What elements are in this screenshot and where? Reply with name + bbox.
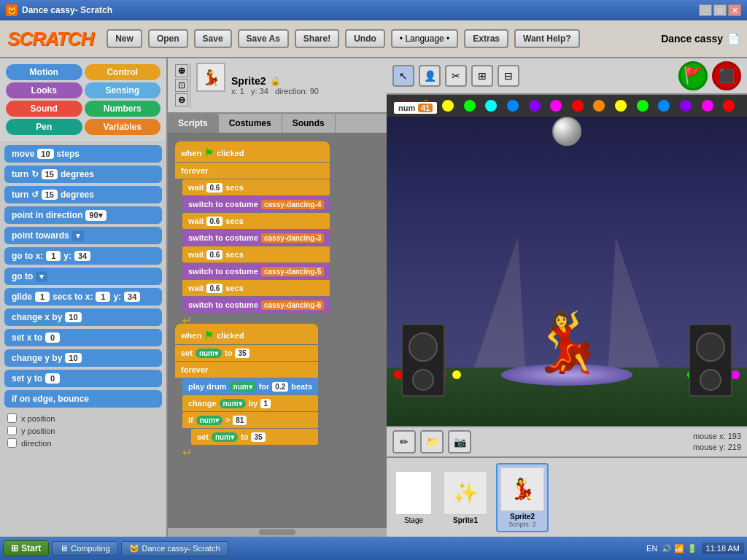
app-icon: 🐱 <box>6 4 18 16</box>
block-goto[interactable]: go to ▾ <box>4 268 162 285</box>
open-button[interactable]: Open <box>148 29 188 48</box>
category-variables[interactable]: Variables <box>85 119 161 135</box>
zoom-in-btn[interactable]: ⊕ <box>175 64 188 77</box>
block-glide[interactable]: glide 1 secs to x: 1 y: 34 <box>4 288 162 306</box>
block-change-num[interactable]: change num▾ by 1 <box>182 395 318 411</box>
go-button[interactable]: 🚩 <box>678 61 708 90</box>
block-set-num-2[interactable]: set num▾ to 35 <box>191 429 318 445</box>
block-forever-2[interactable]: forever <box>175 362 318 378</box>
category-control[interactable]: Control <box>85 64 161 80</box>
block-when-clicked-2[interactable]: when ⚑ clicked <box>175 324 318 344</box>
category-sound[interactable]: Sound <box>6 101 82 117</box>
share-button[interactable]: Share! <box>295 29 339 48</box>
light-4 <box>485 100 497 112</box>
block-goto-xy[interactable]: go to x: 1 y: 34 <box>4 247 162 265</box>
block-set-y[interactable]: set y to 0 <box>4 370 162 387</box>
category-numbers[interactable]: Numbers <box>85 101 161 117</box>
block-point-direction[interactable]: point in direction 90▾ <box>4 206 162 224</box>
scrollbar-thumb[interactable] <box>259 529 295 535</box>
paint-tool[interactable]: ✏ <box>392 430 416 454</box>
category-pen[interactable]: Pen <box>6 119 82 135</box>
scratch-taskbar-icon: 🐱 <box>129 544 139 553</box>
save-as-button[interactable]: Save As <box>238 29 289 48</box>
import-tool[interactable]: 📁 <box>420 430 444 454</box>
sprite-card-2[interactable]: 💃 Sprite2 Scripts: 2 <box>496 463 549 532</box>
block-costume-3[interactable]: switch to costume cassy-dancing-5 <box>182 263 330 279</box>
block-set-x[interactable]: set x to 0 <box>4 329 162 346</box>
lights-bar <box>387 95 747 117</box>
block-forever-1[interactable]: forever <box>175 163 330 179</box>
start-button[interactable]: ⊞ Start <box>3 540 49 556</box>
stage-area[interactable]: 💃 num 41 <box>387 95 747 426</box>
taskbar-item-computing[interactable]: 🖥 Computing <box>52 541 117 556</box>
close-button[interactable]: ✕ <box>728 4 741 16</box>
cut-tool[interactable]: ✂ <box>445 65 467 87</box>
zoom-fit-btn[interactable]: ⊡ <box>175 79 188 92</box>
language-button[interactable]: • Language • <box>391 29 458 48</box>
help-button[interactable]: Want Help? <box>514 29 580 48</box>
light-14 <box>702 100 713 112</box>
block-wait-4[interactable]: wait 0.6 secs <box>182 280 330 296</box>
block-bounce[interactable]: if on edge, bounce <box>4 390 162 408</box>
taskbar: ⊞ Start 🖥 Computing 🐱 Dance cassy- Scrat… <box>0 537 747 560</box>
spotlight-right <box>608 236 659 368</box>
zoom-out-btn[interactable]: ⊖ <box>175 93 188 106</box>
block-turn-right[interactable]: turn ↻ 15 degrees <box>4 166 162 183</box>
scripts-scrollbar[interactable] <box>168 528 387 537</box>
stop-button[interactable]: ⬛ <box>712 61 741 90</box>
scratch-logo: SCRATCH <box>7 28 93 50</box>
stage-controls: ✏ 📁 📷 mouse x: 193 mouse y: 219 <box>387 426 747 456</box>
undo-button[interactable]: Undo <box>345 29 385 48</box>
category-grid: Motion Control Looks Sensing Sound Numbe… <box>0 58 166 141</box>
block-change-y[interactable]: change y by 10 <box>4 349 162 367</box>
block-point-towards[interactable]: point towards ▾ <box>4 227 162 244</box>
block-costume-1[interactable]: switch to costume cassy-dancing-4 <box>182 196 330 212</box>
checkbox-direction[interactable]: direction <box>4 437 162 449</box>
light-6 <box>529 100 541 112</box>
camera-tool[interactable]: 📷 <box>448 430 471 454</box>
taskbar-clock: 11:18 AM <box>702 542 744 554</box>
stage-card[interactable]: Stage <box>392 468 435 527</box>
new-button[interactable]: New <box>107 29 142 48</box>
block-play-drum[interactable]: play drum num▾ for 0.2 beats <box>182 378 318 394</box>
block-costume-2[interactable]: switch to costume cassy-dancing-3 <box>182 230 330 246</box>
block-if[interactable]: if num▾ > 81 <box>182 412 318 428</box>
block-wait-1[interactable]: wait 0.6 secs <box>182 179 330 195</box>
block-set-num[interactable]: set num▾ to 35 <box>175 345 318 361</box>
sprite-card-name-2: Sprite2 <box>510 513 535 521</box>
scripts-canvas[interactable]: when ⚑ clicked forever wait 0.6 secs swi… <box>168 134 387 537</box>
duplicate-tool[interactable]: 👤 <box>419 65 441 87</box>
block-turn-left[interactable]: turn ↺ 15 degrees <box>4 186 162 203</box>
left-panel: Motion Control Looks Sensing Sound Numbe… <box>0 58 168 537</box>
mouse-coords: mouse x: 193 mouse y: 219 <box>693 431 741 454</box>
block-wait-2[interactable]: wait 0.6 secs <box>182 213 330 229</box>
category-motion[interactable]: Motion <box>6 64 82 80</box>
grow-tool[interactable]: ⊞ <box>471 65 493 87</box>
checkbox-y-position[interactable]: y position <box>4 424 162 437</box>
extras-button[interactable]: Extras <box>464 29 508 48</box>
minimize-button[interactable]: _ <box>699 4 712 16</box>
block-when-clicked-1[interactable]: when ⚑ clicked <box>175 141 330 162</box>
shrink-tool[interactable]: ⊟ <box>498 65 519 87</box>
maximize-button[interactable]: □ <box>713 4 727 16</box>
category-sensing[interactable]: Sensing <box>85 82 161 98</box>
num-display: num 41 <box>392 101 438 115</box>
sprites-panel: Stage ✨ Sprite1 💃 Sprite2 Scripts: 2 <box>387 456 747 537</box>
block-move-steps[interactable]: move 10 steps <box>4 145 162 163</box>
cursor-tool[interactable]: ↖ <box>392 65 414 87</box>
sprite-card-1[interactable]: ✨ Sprite1 <box>441 468 490 527</box>
right-panel: ↖ 👤 ✂ ⊞ ⊟ 🚩 ⬛ <box>387 58 747 537</box>
block-wait-3[interactable]: wait 0.6 secs <box>182 246 330 262</box>
block-costume-4[interactable]: switch to costume cassy-dancing-6 <box>182 297 330 313</box>
checkbox-x-position[interactable]: x position <box>4 412 162 424</box>
light-12 <box>658 100 670 112</box>
save-button[interactable]: Save <box>194 29 232 48</box>
tab-scripts[interactable]: Scripts <box>168 114 219 133</box>
tab-sounds[interactable]: Sounds <box>282 114 336 133</box>
category-looks[interactable]: Looks <box>6 82 82 98</box>
taskbar-item-scratch[interactable]: 🐱 Dance cassy- Scratch <box>121 541 228 556</box>
project-save-icon: 📄 <box>727 33 740 44</box>
light-9 <box>593 100 605 112</box>
block-change-x[interactable]: change x by 10 <box>4 308 162 326</box>
tab-costumes[interactable]: Costumes <box>219 114 282 133</box>
